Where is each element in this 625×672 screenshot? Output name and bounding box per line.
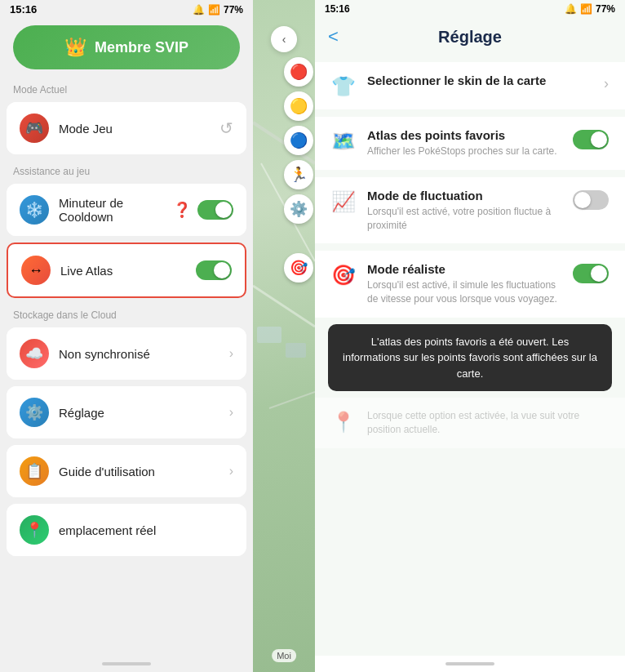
- section-mode-label: Mode Actuel: [0, 76, 253, 99]
- fluctuation-desc: Lorsqu'il est activé, votre position flu…: [367, 205, 561, 233]
- left-status-bar: 15:16 🔔 📶 77%: [0, 0, 253, 19]
- reglage-label: Réglage: [59, 406, 219, 420]
- minuteur-toggle[interactable]: [197, 200, 233, 220]
- guide-card: 📋 Guide d'utilisation ›: [7, 445, 246, 497]
- reglage-item[interactable]: ⚙️ Réglage ›: [7, 386, 246, 438]
- fluctuation-icon: 📈: [331, 190, 356, 213]
- map-icon-runner: 🏃: [284, 160, 313, 189]
- blurred-icon: 📍: [331, 411, 356, 434]
- bottom-indicator: [102, 662, 151, 665]
- blurred-content: Lorsque cette option est activée, la vue…: [367, 409, 609, 437]
- fluctuation-title: Mode de fluctuation: [367, 189, 561, 202]
- map-icon-blue: 🔵: [284, 126, 313, 155]
- live-atlas-label: Live Atlas: [60, 264, 186, 278]
- sync-icon: ↺: [219, 118, 233, 138]
- tooltip-box: L'atlas des points favoris a été ouvert.…: [328, 324, 612, 392]
- atlas-content: Atlas des points favoris Afficher les Po…: [367, 128, 561, 158]
- left-panel: 15:16 🔔 📶 77% 👑 Membre SVIP Mode Actuel …: [0, 0, 253, 672]
- atlas-setting-item: 🗺️ Atlas des points favoris Afficher les…: [315, 117, 625, 170]
- cloud-card: ☁️ Non synchronisé ›: [7, 327, 246, 380]
- emplacement-icon: 📍: [20, 515, 49, 545]
- fluctuation-toggle[interactable]: [573, 190, 609, 210]
- right-wifi-icon: 📶: [580, 3, 592, 15]
- right-back-button[interactable]: <: [328, 26, 339, 47]
- right-header: < Réglage: [315, 18, 625, 56]
- fluctuation-setting-item: 📈 Mode de fluctuation Lorsqu'il est acti…: [315, 177, 625, 244]
- fluctuation-right: [573, 190, 609, 210]
- emplacement-card: 📍 emplacement réel: [7, 504, 246, 556]
- skin-content: Selectionner le skin de la carte: [367, 73, 592, 90]
- minuteur-item[interactable]: ❄️ Minuteur de Cooldown ❓: [7, 184, 246, 236]
- skin-icon: 👕: [331, 75, 356, 98]
- minuteur-label: Minuteur de Cooldown: [59, 196, 163, 224]
- tooltip-text: L'atlas des points favoris a été ouvert.…: [343, 336, 597, 380]
- reglage-card: ⚙️ Réglage ›: [7, 386, 246, 438]
- guide-chevron: ›: [229, 464, 233, 478]
- atlas-toggle[interactable]: [573, 130, 609, 149]
- separator-1: [315, 110, 625, 117]
- map-back-button[interactable]: ‹: [271, 26, 297, 52]
- section-assistance-label: Assistance au jeu: [0, 158, 253, 180]
- live-atlas-icon: ↔️: [21, 256, 51, 285]
- right-panel: 15:16 🔔 📶 77% < Réglage 👕 Selectionner l…: [315, 0, 625, 672]
- svg-rect-5: [286, 343, 306, 358]
- svg-rect-4: [257, 327, 281, 343]
- map-icons-container: 🔴 🟡 🔵 🏃 ⚙️ 🎯: [284, 57, 313, 283]
- emplacement-label: emplacement réel: [59, 523, 233, 537]
- non-sync-label: Non synchronisé: [59, 347, 219, 361]
- realiste-desc: Lorsqu'il est activé, il simule les fluc…: [367, 278, 561, 306]
- assistance-card: ❄️ Minuteur de Cooldown ❓: [7, 184, 246, 236]
- guide-icon: 📋: [20, 456, 49, 486]
- right-time: 15:16: [325, 3, 350, 15]
- skin-right: ›: [604, 75, 609, 92]
- map-icon-target[interactable]: 🎯: [284, 253, 313, 283]
- svip-button[interactable]: 👑 Membre SVIP: [13, 25, 240, 69]
- settings-list: 👕 Selectionner le skin de la carte › 🗺️ …: [315, 56, 625, 656]
- realiste-setting-item: 🎯 Mode réaliste Lorsqu'il est activé, il…: [315, 251, 625, 318]
- separator-3: [315, 244, 625, 251]
- right-status-bar: 15:16 🔔 📶 77%: [315, 0, 625, 18]
- right-notification-icon: 🔔: [565, 3, 577, 15]
- left-time: 15:16: [10, 3, 37, 16]
- blurred-setting-item: 📍 Lorsque cette option est activée, la v…: [315, 398, 625, 448]
- battery-text: 77%: [224, 4, 243, 16]
- guide-item[interactable]: 📋 Guide d'utilisation ›: [7, 445, 246, 497]
- left-status-icons: 🔔 📶 77%: [193, 4, 243, 16]
- reglage-chevron: ›: [229, 405, 233, 420]
- atlas-icon: 🗺️: [331, 130, 356, 153]
- mode-actuel-card: 🎮 Mode Jeu ↺: [7, 102, 246, 154]
- map-label: Moi: [272, 649, 296, 662]
- realiste-content: Mode réaliste Lorsqu'il est activé, il s…: [367, 262, 561, 306]
- non-sync-item[interactable]: ☁️ Non synchronisé ›: [7, 327, 246, 380]
- atlas-title: Atlas des points favoris: [367, 128, 561, 142]
- fluctuation-content: Mode de fluctuation Lorsqu'il est activé…: [367, 189, 561, 233]
- mode-jeu-label: Mode Jeu: [59, 122, 210, 136]
- help-icon[interactable]: ❓: [173, 201, 191, 219]
- cloud-icon: ☁️: [20, 339, 49, 368]
- section-cloud-label: Stockage dans le Cloud: [0, 301, 253, 324]
- mode-jeu-right: ↺: [219, 118, 233, 138]
- live-atlas-item[interactable]: ↔️ Live Atlas: [7, 243, 246, 298]
- mode-jeu-item[interactable]: 🎮 Mode Jeu ↺: [7, 102, 246, 154]
- map-icon-yellow: 🟡: [284, 91, 313, 121]
- realiste-right: [573, 264, 609, 283]
- map-icon-gear: ⚙️: [284, 194, 313, 224]
- svg-line-2: [269, 392, 315, 408]
- realiste-toggle[interactable]: [573, 264, 609, 283]
- svg-line-1: [253, 286, 315, 327]
- reglage-icon: ⚙️: [20, 398, 49, 427]
- emplacement-item[interactable]: 📍 emplacement réel: [7, 504, 246, 556]
- right-battery-text: 77%: [596, 3, 615, 15]
- separator-2: [315, 171, 625, 177]
- minuteur-right: ❓: [173, 200, 233, 220]
- skin-setting-item[interactable]: 👕 Selectionner le skin de la carte ›: [315, 62, 625, 109]
- right-bottom-bar: [315, 656, 625, 672]
- minuteur-icon: ❄️: [20, 195, 49, 225]
- blurred-desc: Lorsque cette option est activée, la vue…: [367, 409, 609, 437]
- atlas-desc: Afficher les PokéStops proches sur la ca…: [367, 145, 561, 158]
- svip-label: Membre SVIP: [95, 39, 188, 56]
- skin-title: Selectionner le skin de la carte: [367, 73, 592, 87]
- live-atlas-toggle[interactable]: [196, 260, 232, 280]
- live-atlas-right: [196, 260, 232, 280]
- guide-label: Guide d'utilisation: [59, 465, 219, 478]
